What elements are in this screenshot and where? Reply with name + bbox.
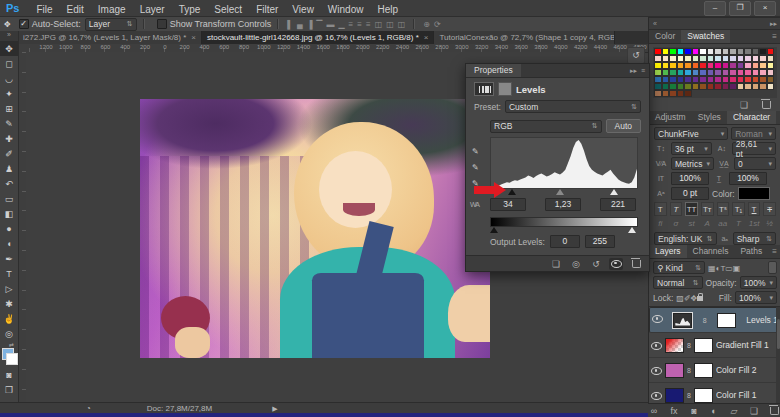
toggle-visibility-icon[interactable] [609,258,623,270]
swap-colors-icon[interactable]: ⇄ [9,341,14,348]
kerning-dropdown[interactable]: Metrics▾ [671,157,714,170]
small-caps-button[interactable]: Tт [701,202,714,216]
color-swatch[interactable] [714,69,722,76]
language-dropdown[interactable]: English: UK⇅ [654,232,717,245]
status-icon[interactable]: ◔ [86,404,91,413]
text-color-swatch[interactable] [738,187,770,200]
tab-swatches[interactable]: Swatches [681,30,730,43]
faux-italic-button[interactable]: T [670,202,683,216]
history-brush-tool[interactable]: ↶ [0,176,18,191]
tab-properties[interactable]: Properties [466,64,521,77]
document-photo[interactable] [140,99,490,358]
3d-mode-icon[interactable]: ⊕ [423,20,430,29]
color-swatch[interactable] [744,55,752,62]
layer-visibility-icon[interactable] [652,315,663,325]
subscript-button[interactable]: T₁ [732,202,745,216]
healing-brush-tool[interactable]: ✚ [0,131,18,146]
layer-thumbnail[interactable] [665,388,684,403]
color-swatch[interactable] [714,62,722,69]
document-tab-3[interactable]: TutorialConexão @ 72,7% (Shape 1 copy 4,… [434,31,615,44]
lasso-tool[interactable]: ◡ [0,71,18,86]
color-swatch[interactable] [692,69,700,76]
color-swatch[interactable] [707,55,715,62]
color-swatch[interactable] [759,69,767,76]
color-swatch[interactable] [684,83,692,90]
align-bottom-icon[interactable]: ▁ [338,20,344,29]
tab-color[interactable]: Color [649,30,681,43]
zoom-tool[interactable]: ◎ [0,326,18,341]
color-swatch[interactable] [714,55,722,62]
layer-mask-thumbnail[interactable] [694,363,713,378]
delete-layer-icon[interactable] [768,405,780,417]
mask-icon[interactable] [498,82,512,96]
distribute-left-icon[interactable]: ◫ [375,20,383,29]
distribute-center-icon[interactable]: ◫ [386,20,394,29]
color-swatch[interactable] [714,83,722,90]
color-swatch[interactable] [654,55,662,62]
dodge-tool[interactable]: ◖ [0,236,18,251]
layer-thumbnail[interactable] [665,338,684,353]
channel-dropdown[interactable]: RGB⇅ [490,120,602,133]
color-swatch[interactable] [677,48,685,55]
tab-paths[interactable]: Paths [734,245,768,258]
fill-dropdown[interactable]: 100%▾ [735,291,777,304]
color-swatch[interactable] [692,62,700,69]
color-swatch[interactable] [677,76,685,83]
filter-kind-dropdown[interactable]: ⚲ Kind⇅ [653,261,705,274]
filter-pixel-layers-icon[interactable]: ▦ [708,264,716,273]
panel-menu-icon[interactable]: ≡ [641,67,645,75]
white-input-field[interactable]: 221 [600,198,636,211]
auto-select-checkbox[interactable]: ✓ [19,19,29,29]
marquee-tool[interactable]: ◻ [0,56,18,71]
tab-channels[interactable]: Channels [687,245,735,258]
tab-layers[interactable]: Layers [649,245,687,258]
superscript-button[interactable]: Tˢ [717,202,730,216]
color-swatch[interactable] [752,48,760,55]
quick-selection-tool[interactable]: ✦ [0,86,18,101]
color-swatch[interactable] [699,69,707,76]
color-swatch[interactable] [662,62,670,69]
show-transform-checkbox[interactable] [157,19,167,29]
histogram-options-icon[interactable]: WA [470,201,479,208]
status-arrow-icon[interactable]: ▶ [272,405,277,413]
color-swatch[interactable] [677,62,685,69]
color-swatch[interactable] [722,55,730,62]
restore-button[interactable]: ❐ [729,1,751,16]
all-caps-button[interactable]: TT [685,202,698,216]
distribute-right-icon[interactable]: ◫ [398,20,406,29]
background-color-chip[interactable] [6,353,18,365]
color-swatch[interactable] [654,76,662,83]
white-output-slider[interactable] [628,227,636,233]
color-swatch[interactable] [699,55,707,62]
clip-to-layer-icon[interactable]: ❏ [549,258,563,270]
color-swatch[interactable] [767,83,775,90]
color-swatch[interactable] [722,62,730,69]
tracking-dropdown[interactable]: 0▾ [734,157,776,170]
color-swatch[interactable] [729,55,737,62]
close-button[interactable]: × [754,1,776,16]
color-swatch[interactable] [684,62,692,69]
color-swatch[interactable] [759,48,767,55]
horizontal-scale-field[interactable]: 100% [729,172,767,185]
color-swatch[interactable] [767,55,775,62]
color-swatch[interactable] [707,62,715,69]
color-swatch[interactable] [707,69,715,76]
color-swatch[interactable] [767,69,775,76]
color-swatch[interactable] [654,69,662,76]
menu-type[interactable]: Type [172,4,208,15]
color-swatch[interactable] [662,69,670,76]
underline-button[interactable]: T [748,202,761,216]
color-swatch[interactable] [677,55,685,62]
color-swatch[interactable] [722,83,730,90]
distribute-top-icon[interactable]: ≡ [349,20,354,29]
menu-edit[interactable]: Edit [60,4,91,15]
move-tool[interactable]: ✥ [0,41,18,56]
color-swatch[interactable] [677,69,685,76]
color-swatch[interactable] [654,62,662,69]
vertical-scale-field[interactable]: 100% [671,172,709,185]
menu-layer[interactable]: Layer [133,4,172,15]
color-swatch[interactable] [737,83,745,90]
document-tab-1[interactable]: i272.JPG @ 16,7% (Levels 1, Layer Mask/8… [18,31,202,44]
color-swatch[interactable] [684,90,692,97]
color-swatch[interactable] [669,76,677,83]
